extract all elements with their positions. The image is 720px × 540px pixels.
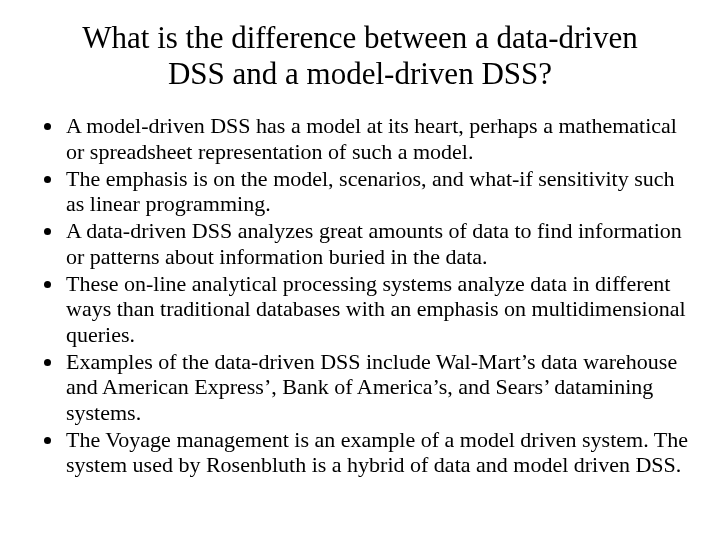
list-item: A data-driven DSS analyzes great amounts… <box>64 218 690 269</box>
list-item: Examples of the data-driven DSS include … <box>64 349 690 425</box>
list-item: The Voyage management is an example of a… <box>64 427 690 478</box>
slide-title: What is the difference between a data-dr… <box>70 20 650 91</box>
list-item: A model-driven DSS has a model at its he… <box>64 113 690 164</box>
list-item: The emphasis is on the model, scenarios,… <box>64 166 690 217</box>
list-item: These on-line analytical processing syst… <box>64 271 690 347</box>
bullet-list: A model-driven DSS has a model at its he… <box>30 113 690 477</box>
slide: What is the difference between a data-dr… <box>0 0 720 540</box>
